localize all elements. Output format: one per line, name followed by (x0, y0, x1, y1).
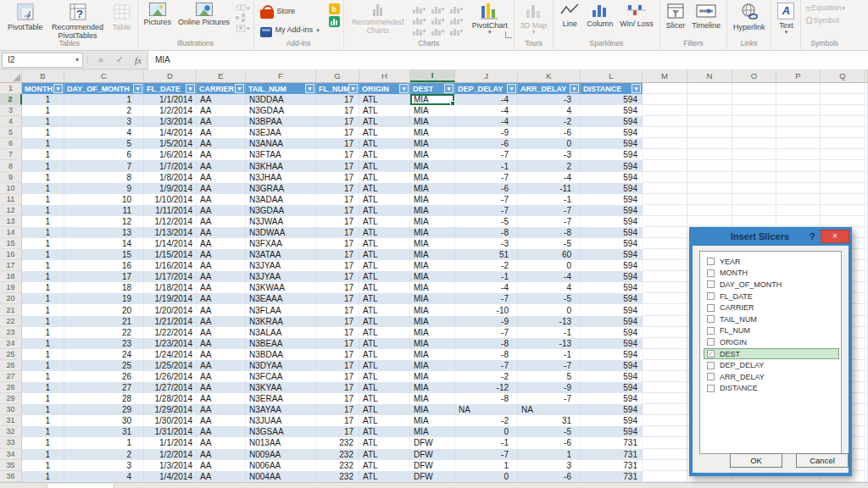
cell[interactable]: ATL (359, 105, 410, 116)
empty-cell[interactable] (643, 271, 687, 282)
charts-dialog-launcher-icon[interactable] (505, 31, 512, 38)
cell[interactable]: 1 (22, 94, 64, 105)
cell[interactable]: AA (197, 349, 246, 360)
cell[interactable]: 0 (518, 304, 581, 315)
cell[interactable]: -10 (455, 304, 518, 315)
row-number-32[interactable]: 32 (0, 426, 22, 437)
cell[interactable]: 1 (22, 227, 64, 238)
cell[interactable]: 17 (316, 393, 359, 404)
cell[interactable]: 3 (64, 460, 144, 471)
cell[interactable]: AA (197, 338, 246, 349)
cell[interactable]: 1 (22, 316, 64, 327)
cell[interactable]: 1 (22, 426, 64, 437)
cell[interactable]: 1 (22, 138, 64, 149)
cell[interactable]: 1/2/2014 (144, 105, 197, 116)
cell[interactable]: -5 (455, 216, 518, 227)
empty-cell[interactable] (776, 83, 821, 94)
empty-cell[interactable] (643, 227, 687, 238)
empty-cell[interactable] (643, 116, 687, 127)
cell[interactable]: N3JHAA (246, 172, 316, 183)
empty-cell[interactable] (821, 194, 865, 205)
cell[interactable]: 17 (316, 138, 359, 149)
empty-cell[interactable] (732, 183, 776, 194)
filter-dropdown-icon[interactable]: ▾ (507, 84, 516, 93)
cell[interactable]: 13 (64, 227, 144, 238)
cell[interactable]: 17 (316, 426, 359, 437)
cell[interactable]: 594 (581, 415, 643, 426)
empty-cell[interactable] (821, 160, 865, 171)
cell[interactable]: 17 (316, 282, 359, 293)
cell[interactable]: 1/15/2014 (144, 249, 197, 260)
cell[interactable]: 1/1/2014 (144, 437, 197, 448)
cell[interactable]: 1 (22, 349, 64, 360)
cell[interactable]: N3JWAA (246, 216, 316, 227)
column-header-I[interactable]: I (410, 69, 455, 82)
cell[interactable]: 17 (316, 149, 359, 160)
cell[interactable]: 594 (581, 426, 643, 437)
cell[interactable]: 232 (316, 471, 359, 482)
cell[interactable]: 594 (581, 382, 643, 393)
cell[interactable]: 594 (581, 282, 643, 293)
cell[interactable]: -4 (455, 282, 518, 293)
cell[interactable]: 1 (22, 437, 64, 448)
cell[interactable]: 1/22/2014 (144, 327, 197, 338)
column-header-O[interactable]: O (732, 69, 776, 82)
empty-cell[interactable] (643, 360, 687, 371)
cell[interactable]: MIA (410, 371, 455, 382)
empty-cell[interactable] (732, 138, 776, 149)
cell[interactable]: 0 (455, 426, 518, 437)
row-number-27[interactable]: 27 (0, 371, 22, 382)
cell[interactable]: 1/10/2014 (144, 194, 197, 205)
cell[interactable]: 16 (64, 260, 144, 271)
selected-cell[interactable]: MIA (410, 94, 455, 105)
cell[interactable]: N3KRAA (246, 316, 316, 327)
checkbox-icon[interactable] (707, 373, 715, 380)
cell[interactable]: 17 (316, 338, 359, 349)
cell[interactable]: AA (197, 304, 246, 315)
cell[interactable]: 1/19/2014 (144, 293, 197, 304)
row-number-3[interactable]: 3 (0, 105, 22, 116)
cell[interactable]: 1/11/2014 (144, 205, 197, 216)
cell[interactable]: 1/9/2014 (144, 183, 197, 194)
bing-maps-icon[interactable]: b (329, 3, 340, 14)
cell[interactable]: -12 (455, 382, 518, 393)
cell[interactable]: -7 (455, 205, 518, 216)
cell[interactable]: AA (197, 105, 246, 116)
cell[interactable]: -1 (455, 437, 518, 448)
cell[interactable]: ATL (359, 471, 410, 482)
empty-cell[interactable] (776, 116, 821, 127)
cell[interactable]: ATL (359, 382, 410, 393)
cell[interactable]: -8 (455, 393, 518, 404)
cell[interactable]: 17 (316, 371, 359, 382)
cell[interactable]: MIA (410, 404, 455, 415)
cell[interactable]: ATL (359, 393, 410, 404)
table-header-dest[interactable]: DEST▾ (410, 83, 455, 94)
row-number-23[interactable]: 23 (0, 327, 22, 338)
cell[interactable]: MIA (410, 149, 455, 160)
row-number-11[interactable]: 11 (0, 194, 22, 205)
cell[interactable]: 25 (64, 360, 144, 371)
cell[interactable]: 731 (581, 471, 643, 482)
cell[interactable]: 1/28/2014 (144, 393, 197, 404)
cell[interactable]: 17 (316, 249, 359, 260)
cell[interactable]: 594 (581, 304, 643, 315)
cell[interactable]: -13 (518, 316, 581, 327)
cell[interactable]: 1/26/2014 (144, 371, 197, 382)
cell[interactable]: ATL (359, 160, 410, 171)
empty-cell[interactable] (687, 116, 732, 127)
cell[interactable]: 594 (581, 360, 643, 371)
cell[interactable]: -5 (518, 426, 581, 437)
checkbox-icon[interactable] (707, 385, 715, 392)
column-header-M[interactable]: M (643, 69, 687, 82)
checkbox-icon[interactable] (707, 304, 715, 312)
cell[interactable]: 1 (22, 216, 64, 227)
row-number-25[interactable]: 25 (0, 349, 22, 360)
people-graph-icon[interactable] (329, 16, 340, 27)
cell[interactable]: N004AA (246, 471, 316, 482)
cell[interactable]: 8 (64, 172, 144, 183)
name-box-dropdown-icon[interactable]: ▾ (75, 56, 82, 64)
cell[interactable]: 594 (581, 327, 643, 338)
empty-cell[interactable] (776, 138, 821, 149)
empty-cell[interactable] (643, 282, 687, 293)
cell[interactable]: ATL (359, 415, 410, 426)
